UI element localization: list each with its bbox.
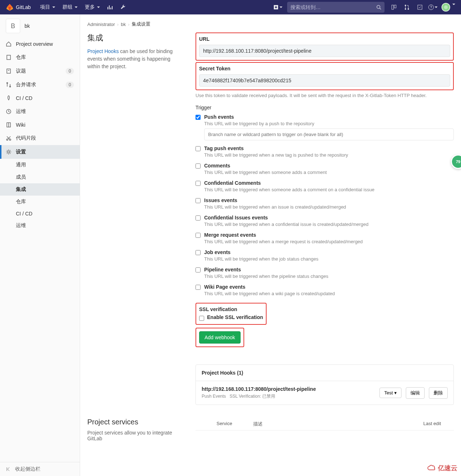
sidebar-sub-integrations[interactable]: 集成	[0, 183, 80, 196]
sidebar-label: 合并请求	[16, 82, 36, 88]
trigger-heading: Trigger	[196, 105, 454, 110]
ops-icon	[6, 109, 12, 114]
hook-meta-ssl: SSL Verification: 已禁用	[229, 394, 275, 399]
user-avatar[interactable]	[442, 3, 450, 12]
trigger-checkbox[interactable]	[196, 233, 201, 238]
test-button[interactable]: Test▾	[379, 388, 401, 398]
sidebar-label: Wiki	[16, 122, 25, 128]
gitlab-logo[interactable]: GitLab	[6, 3, 31, 11]
trigger-checkbox[interactable]	[196, 163, 201, 169]
trigger-desc: This URL will be triggered when an issue…	[204, 204, 454, 210]
sidebar-sub-repo[interactable]: 仓库	[0, 196, 80, 208]
trigger-desc: This URL will be triggered by a push to …	[204, 121, 454, 126]
repo-icon	[6, 54, 12, 60]
trigger-checkbox[interactable]	[196, 198, 201, 203]
plus-dropdown[interactable]	[271, 0, 284, 14]
sidebar-item-wiki[interactable]: Wiki	[0, 118, 80, 131]
sidebar: B bk Project overview 仓库 议题0 合并请求0 CI / …	[0, 14, 80, 476]
trigger-label: Push events	[204, 114, 454, 120]
nav-mr-icon[interactable]	[400, 0, 413, 14]
edit-button[interactable]: 编辑	[406, 387, 425, 399]
trigger-checkbox[interactable]	[196, 115, 201, 120]
collapse-sidebar[interactable]: 收起侧边栏	[0, 462, 80, 476]
chevron-down-icon: ▾	[394, 390, 397, 396]
trigger-checkbox[interactable]	[196, 215, 201, 220]
trigger-row: Issues eventsThis URL will be triggered …	[196, 197, 454, 210]
crumb-sep: ›	[128, 22, 129, 27]
svg-rect-7	[418, 5, 422, 9]
trigger-row: Wiki Page eventsThis URL will be trigger…	[196, 284, 454, 296]
svg-rect-3	[394, 5, 396, 8]
trigger-desc: This URL will be triggered when a confid…	[204, 222, 454, 227]
trigger-row: Pipeline eventsThis URL will be triggere…	[196, 267, 454, 279]
branch-filter-input[interactable]	[204, 128, 454, 140]
rocket-icon	[6, 95, 12, 101]
trigger-label: Merge request events	[204, 232, 454, 238]
ssl-checkbox[interactable]	[199, 316, 204, 321]
nav-help-icon[interactable]: ?	[426, 0, 439, 14]
sidebar-label: CI / CD	[16, 95, 32, 101]
sidebar-sub-ops[interactable]: 运维	[0, 219, 80, 232]
ssl-label: Enable SSL verification	[207, 314, 263, 320]
nav-projects[interactable]: 项目	[36, 1, 59, 13]
sidebar-item-issues[interactable]: 议题0	[0, 64, 80, 78]
sidebar-item-repo[interactable]: 仓库	[0, 51, 80, 64]
trigger-label: Tag push events	[204, 145, 454, 151]
url-highlight: URL	[196, 32, 454, 61]
trigger-checkbox[interactable]	[196, 250, 201, 255]
sidebar-sub-general[interactable]: 通用	[0, 159, 80, 171]
svg-rect-11	[7, 69, 10, 73]
sidebar-item-ops[interactable]: 运维	[0, 105, 80, 118]
hook-meta-push: Push Events	[202, 394, 226, 399]
hook-info: http://192.168.100.117:8080/project/test…	[202, 386, 375, 399]
activity-icon[interactable]	[104, 0, 117, 14]
ssl-heading: SSL verification	[199, 306, 263, 312]
wrench-icon[interactable]	[117, 0, 129, 14]
gear-icon	[6, 149, 12, 155]
sidebar-item-settings[interactable]: 设置	[0, 145, 80, 159]
top-navbar: GitLab 项目 群组 更多 ?	[0, 0, 461, 14]
trigger-label: Job events	[204, 249, 454, 255]
sidebar-label: 议题	[16, 68, 26, 74]
context-header[interactable]: B bk	[0, 14, 80, 38]
trigger-label: Wiki Page events	[204, 284, 454, 290]
sidebar-item-cicd[interactable]: CI / CD	[0, 92, 80, 105]
user-caret[interactable]	[452, 4, 455, 10]
trigger-label: Confidential Comments	[204, 180, 454, 186]
search-box[interactable]	[287, 2, 385, 13]
trigger-desc: This URL will be triggered when someone …	[204, 170, 454, 175]
th-service: Service	[196, 421, 253, 427]
token-input[interactable]	[199, 74, 450, 87]
crumb-root[interactable]: Administrator	[87, 22, 115, 27]
form-column: URL Secret Token Use this token to valid…	[196, 32, 454, 405]
nav-groups[interactable]: 群组	[59, 1, 81, 13]
project-avatar: B	[6, 19, 20, 33]
hooks-panel: Project Hooks (1) http://192.168.100.117…	[196, 364, 454, 405]
svg-point-0	[377, 5, 380, 9]
ssl-highlight: SSL verification Enable SSL verification	[196, 303, 267, 325]
nav-todos-icon[interactable]	[413, 0, 426, 14]
sidebar-label: 设置	[16, 149, 26, 155]
trigger-checkbox[interactable]	[196, 267, 201, 272]
trigger-checkbox[interactable]	[196, 181, 201, 186]
services-title: Project services	[87, 418, 174, 426]
sidebar-item-overview[interactable]: Project overview	[0, 38, 80, 51]
nav-more[interactable]: 更多	[81, 1, 104, 13]
trigger-checkbox[interactable]	[196, 285, 201, 290]
project-hooks-link[interactable]: Project Hooks	[87, 48, 119, 54]
crumb-project[interactable]: bk	[121, 22, 126, 27]
sidebar-sub-cicd[interactable]: CI / CD	[0, 208, 80, 219]
nav-issues-icon[interactable]	[387, 0, 400, 14]
sidebar-item-snippets[interactable]: 代码片段	[0, 131, 80, 145]
trigger-row: Push eventsThis URL will be triggered by…	[196, 114, 454, 140]
trigger-checkbox[interactable]	[196, 146, 201, 151]
url-input[interactable]	[199, 45, 450, 57]
sidebar-item-mr[interactable]: 合并请求0	[0, 78, 80, 92]
sidebar-sub-members[interactable]: 成员	[0, 171, 80, 183]
search-input[interactable]	[290, 4, 376, 10]
add-webhook-button[interactable]: Add webhook	[199, 331, 241, 344]
trigger-label: Comments	[204, 163, 454, 169]
ssl-row[interactable]: Enable SSL verification	[199, 314, 263, 321]
delete-button[interactable]: 删除	[429, 387, 448, 399]
svg-point-5	[405, 8, 406, 10]
